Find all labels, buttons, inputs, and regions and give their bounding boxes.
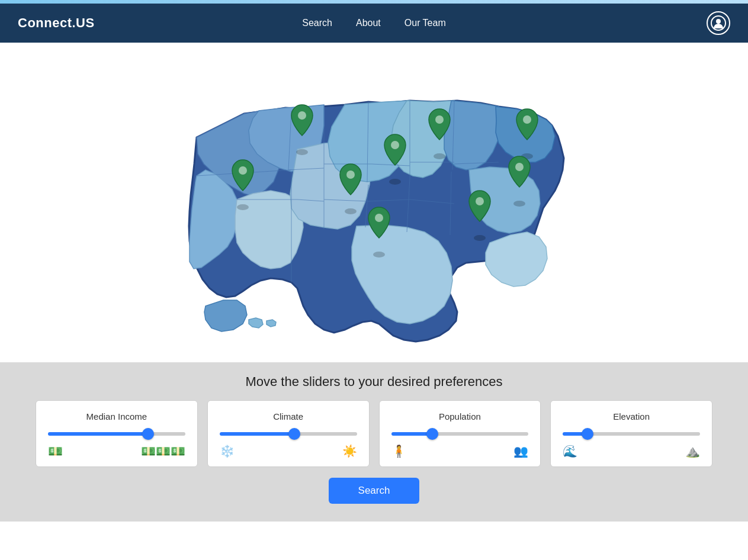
svg-point-28: [346, 170, 355, 179]
sliders-section: Move the sliders to your desired prefere…: [0, 362, 748, 522]
search-button-container: Search: [36, 478, 712, 504]
population-track: [391, 427, 529, 438]
nav-links: Search About Our Team: [302, 18, 445, 28]
svg-point-23: [237, 204, 249, 210]
elevation-low-icon: 🌊: [563, 444, 577, 458]
climate-track: [220, 427, 357, 438]
usa-map: [149, 66, 599, 350]
climate-hot-icon: ☀️: [342, 444, 357, 458]
median-income-track: [48, 427, 185, 438]
svg-point-36: [375, 214, 383, 222]
climate-slider[interactable]: [220, 432, 357, 436]
svg-point-31: [434, 153, 445, 159]
median-income-label: Median Income: [86, 411, 147, 421]
map-container: [149, 66, 599, 350]
site-logo[interactable]: Connect.US: [18, 15, 95, 31]
median-income-slider[interactable]: [48, 432, 185, 436]
svg-point-34: [523, 115, 531, 124]
population-low-icon: 🧍: [391, 444, 406, 458]
map-section: [0, 43, 748, 362]
svg-point-27: [345, 208, 357, 214]
nav-our-team-link[interactable]: Our Team: [405, 18, 446, 28]
main-content: Move the sliders to your desired prefere…: [0, 43, 748, 560]
svg-point-38: [476, 197, 484, 205]
population-high-icon: 👥: [513, 444, 528, 458]
median-income-low-icon: 💵: [48, 444, 63, 458]
navigation: Connect.US Search About Our Team: [0, 4, 748, 43]
elevation-track: [563, 427, 700, 438]
svg-point-40: [515, 163, 524, 171]
median-income-card: Median Income 💵 💵💵💵: [36, 400, 198, 467]
svg-point-26: [298, 111, 306, 120]
svg-point-25: [296, 149, 308, 155]
svg-point-1: [716, 19, 721, 24]
elevation-icons: 🌊 ⛰️: [563, 444, 700, 458]
elevation-high-icon: ⛰️: [685, 444, 700, 458]
svg-point-24: [239, 166, 247, 175]
median-income-high-icon: 💵💵💵: [141, 444, 185, 458]
population-card: Population 🧍 👥: [379, 400, 541, 467]
median-income-icons: 💵 💵💵💵: [48, 444, 185, 458]
population-slider[interactable]: [391, 432, 529, 436]
sliders-heading: Move the sliders to your desired prefere…: [36, 374, 712, 390]
climate-cold-icon: ❄️: [220, 444, 235, 458]
search-button[interactable]: Search: [329, 478, 420, 504]
climate-label: Climate: [273, 411, 303, 421]
svg-point-37: [474, 235, 486, 241]
nav-about-link[interactable]: About: [356, 18, 381, 28]
sliders-grid: Median Income 💵 💵💵💵 Climate ❄️ ☀️: [36, 400, 712, 467]
svg-point-30: [391, 141, 399, 149]
climate-card: Climate ❄️ ☀️: [207, 400, 370, 467]
svg-point-39: [513, 201, 525, 207]
svg-point-29: [389, 179, 401, 185]
user-avatar[interactable]: [707, 11, 730, 35]
nav-search-link[interactable]: Search: [302, 18, 332, 28]
svg-point-32: [435, 115, 444, 124]
population-label: Population: [439, 411, 481, 421]
elevation-label: Elevation: [613, 411, 650, 421]
population-icons: 🧍 👥: [391, 444, 529, 458]
elevation-card: Elevation 🌊 ⛰️: [550, 400, 712, 467]
elevation-slider[interactable]: [563, 432, 700, 436]
climate-icons: ❄️ ☀️: [220, 444, 357, 458]
svg-point-35: [373, 252, 385, 258]
